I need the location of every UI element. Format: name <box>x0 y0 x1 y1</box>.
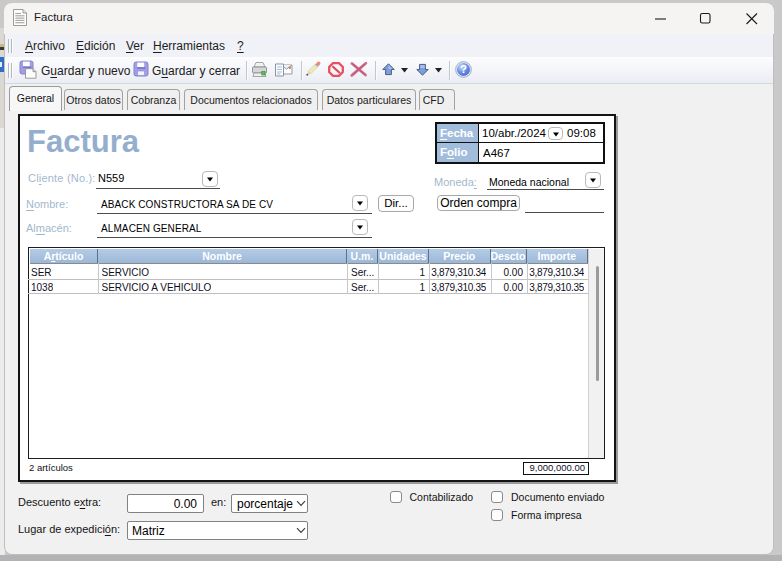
svg-text:?: ? <box>460 63 467 75</box>
